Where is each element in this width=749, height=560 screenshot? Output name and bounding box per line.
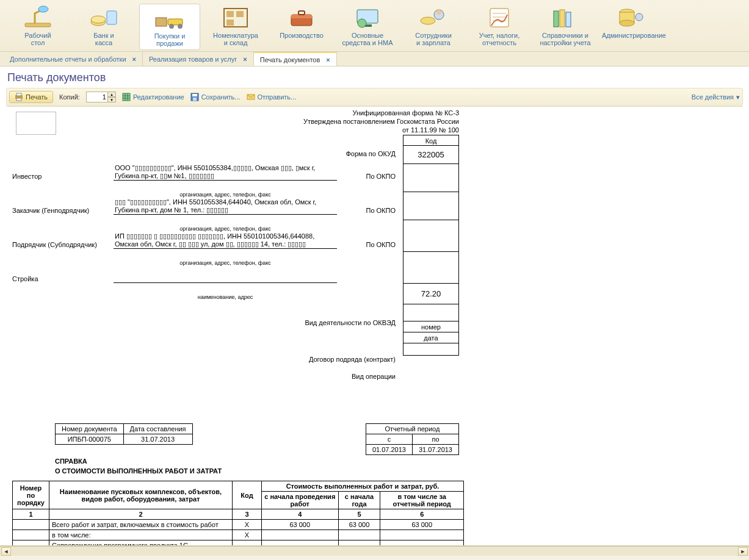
svg-rect-25 — [566, 12, 571, 27]
section-admin[interactable]: Администрирование — [601, 4, 662, 41]
svg-rect-11 — [236, 11, 244, 17]
section-employees[interactable]: Сотрудникии зарплата — [403, 4, 464, 49]
svg-point-19 — [421, 17, 435, 24]
tab-label: Реализация товаров и услуг — [149, 56, 237, 63]
section-desktop[interactable]: Рабочийстол — [7, 4, 68, 49]
section-settings[interactable]: Справочники инастройки учета — [535, 4, 596, 49]
section-label: Справочники инастройки учета — [540, 32, 590, 46]
document-area: Печать документов Печать Копий: ▲ ▼ Реда… — [0, 66, 749, 546]
svg-point-28 — [620, 20, 634, 26]
section-label: Банк икасса — [93, 32, 114, 46]
table-row: Всего работ и затрат, включаемых в стоим… — [13, 520, 464, 530]
section-label: Учет, налоги,отчетность — [479, 32, 519, 46]
svg-rect-23 — [554, 11, 559, 27]
section-sales[interactable]: Покупки ипродажи — [139, 4, 200, 50]
copies-input[interactable] — [86, 92, 108, 102]
party-fields: Форма по ОКУД Инвестор ООО "▯▯▯▯▯▯▯▯▯▯",… — [12, 150, 396, 381]
monitor-icon — [351, 5, 384, 29]
svg-rect-32 — [16, 98, 21, 101]
copies-up[interactable]: ▲ — [107, 92, 116, 97]
print-button[interactable]: Печать — [9, 91, 53, 103]
scroll-right-icon[interactable]: ► — [738, 547, 748, 556]
okved-spare — [403, 304, 459, 321]
okpo-contractor2 — [403, 252, 459, 284]
section-bank[interactable]: Банк икасса — [73, 4, 134, 49]
tab-print-documents[interactable]: Печать документов × — [254, 52, 337, 66]
copies-label: Копий: — [59, 93, 80, 101]
section-label: Номенклатураи склад — [213, 32, 258, 46]
books-icon — [549, 5, 582, 29]
close-icon[interactable]: × — [326, 56, 330, 63]
tab-realization[interactable]: Реализация товаров и услуг × — [143, 52, 254, 66]
section-stock[interactable]: Номенклатураи склад — [205, 4, 266, 49]
svg-rect-33 — [123, 93, 130, 101]
form-headers: Унифицированная форма № КС-3 Утверждена … — [12, 109, 459, 134]
db-user-icon — [615, 5, 648, 29]
svg-point-3 — [91, 16, 106, 23]
close-icon[interactable]: × — [132, 56, 136, 63]
svg-rect-12 — [226, 20, 234, 26]
customer-row: Заказчик (Генподрядчик) ▯▯▯ "▯▯▯▯▯▯▯▯▯▯"… — [12, 198, 396, 215]
document-toolbar: Печать Копий: ▲ ▼ Редактирование Сохрани… — [6, 88, 743, 106]
edit-toggle[interactable]: Редактирование — [122, 93, 184, 101]
all-actions-menu[interactable]: Все действия ▾ — [692, 93, 740, 101]
floppy-icon — [190, 93, 199, 101]
selection-handle — [16, 112, 56, 135]
svg-rect-35 — [192, 94, 197, 96]
envelope-icon — [247, 93, 255, 101]
svg-rect-31 — [16, 93, 21, 96]
operation-value — [403, 343, 459, 356]
svg-point-18 — [358, 19, 366, 27]
investor-row: Инвестор ООО "▯▯▯▯▯▯▯▯▯▯", ИНН 550105538… — [12, 163, 396, 181]
section-assets[interactable]: Основныесредства и НМА — [337, 4, 398, 49]
chevron-down-icon: ▾ — [736, 93, 740, 101]
section-label: Администрирование — [602, 32, 666, 39]
section-accounting[interactable]: Учет, налоги,отчетность — [469, 4, 530, 49]
okud-label: Форма по ОКУД — [346, 150, 396, 157]
section-production[interactable]: Производство — [271, 4, 332, 41]
section-label: Покупки ипродажи — [154, 32, 186, 47]
svg-rect-0 — [25, 23, 51, 27]
svg-rect-10 — [226, 11, 234, 17]
scroll-left-icon[interactable]: ◄ — [1, 547, 11, 556]
send-button[interactable]: Отправить... — [247, 93, 297, 101]
print-preview[interactable]: Унифицированная форма № КС-3 Утверждена … — [6, 106, 743, 545]
svg-rect-24 — [560, 10, 565, 27]
okpo-contractor — [403, 220, 459, 252]
report-title: О СТОИМОСТИ ВЫПОЛНЕННЫХ РАБОТ И ЗАТРАТ — [55, 467, 464, 475]
horizontal-scrollbar[interactable]: ◄ ► — [0, 546, 749, 556]
tab-label: Печать документов — [260, 56, 320, 63]
grid-edit-icon — [122, 93, 131, 101]
okpo-customer — [403, 192, 459, 220]
svg-rect-36 — [193, 98, 197, 101]
okud-value: 322005 — [403, 146, 459, 164]
codes-column: Код 322005 72.20 номер дата — [403, 135, 459, 356]
svg-point-1 — [38, 6, 48, 12]
table-row: 1 Сопровождение программного продукта 1С… — [13, 540, 464, 545]
tab-extra-reports[interactable]: Дополнительные отчеты и обработки × — [4, 52, 143, 66]
spravka-heading: СПРАВКА — [55, 458, 464, 465]
copies-down[interactable]: ▼ — [107, 97, 116, 102]
doc-info-table: Номер документаДата составления ИПБП-000… — [55, 423, 193, 445]
section-toolbar: Рабочийстол Банк икасса Покупки ипродажи… — [0, 0, 749, 52]
section-label: Рабочийстол — [24, 32, 51, 46]
document-tabs: Дополнительные отчеты и обработки × Реал… — [0, 52, 749, 66]
svg-rect-15 — [299, 11, 305, 15]
period-table: Отчетный период спо 01.07.201331.07.2013 — [366, 423, 459, 455]
section-label: Основныесредства и НМА — [342, 32, 393, 46]
coins-icon — [87, 5, 120, 29]
svg-rect-5 — [156, 18, 167, 26]
page-title: Печать документов — [7, 71, 743, 84]
shelves-icon — [219, 5, 252, 29]
svg-point-29 — [635, 13, 643, 21]
save-button[interactable]: Сохранить... — [190, 93, 241, 101]
printer-icon — [15, 93, 23, 101]
close-icon[interactable]: × — [243, 56, 247, 63]
okved-value: 72.20 — [403, 284, 459, 304]
works-cost-table: Номер по порядку Наименование пусковых к… — [12, 481, 464, 545]
people-icon — [417, 5, 450, 29]
report-icon — [483, 5, 516, 29]
desk-lamp-icon — [21, 5, 54, 29]
table-row: в том числе: X — [13, 530, 464, 540]
section-label: Сотрудникии зарплата — [415, 32, 452, 46]
